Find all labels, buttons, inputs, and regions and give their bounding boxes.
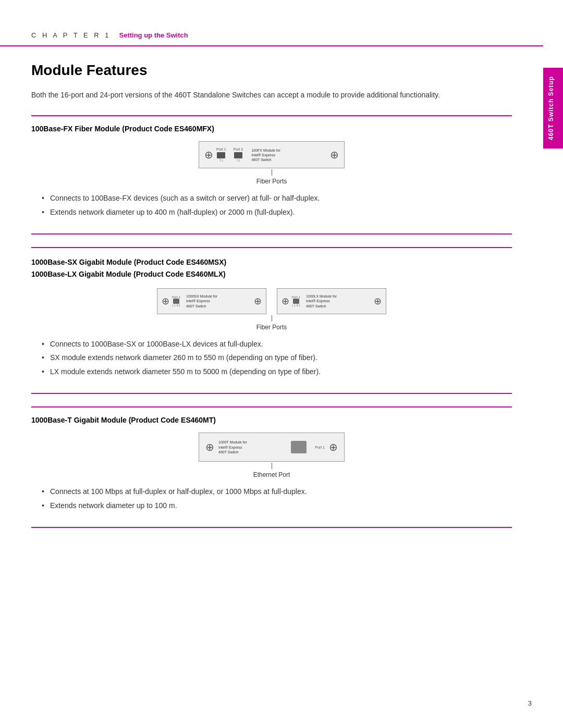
chapter-line: C H A P T E R 1 Setting up the Switch xyxy=(31,31,512,39)
lx-plus-right: ⊕ xyxy=(374,295,382,307)
section-1000baset: 1000Base-T Gigabit Module (Product Code … xyxy=(31,406,512,528)
bullet-item: Connects to 100Base-FX devices (such as … xyxy=(42,192,512,204)
sx-plus-right: ⊕ xyxy=(254,295,262,307)
ethernet-port xyxy=(291,441,307,453)
port2-group: Port 2 T2 xyxy=(234,147,243,162)
port1-t-label: Port 1 xyxy=(315,446,325,449)
bullet-item: Extends network diameter up to 100 m. xyxy=(42,500,512,511)
port1-t-group: Port 1 xyxy=(315,446,325,449)
section1-diagram: ⊕ Port 1 T1 Port 2 T2 xyxy=(31,141,512,185)
bullet-item: SX module extends network diameter 260 m… xyxy=(42,352,512,363)
bullet-item: Extends network diameter up to 400 m (ha… xyxy=(42,206,512,218)
section-1000basesx-lx: 1000Base-SX Gigabit Module (Product Code… xyxy=(31,247,512,394)
side-tab-label: 460T Switch Setup xyxy=(547,76,555,140)
sx-module-wrapper: ⊕ Port 1 L1 K1 1000SX Module for I xyxy=(157,288,266,314)
chapter-title: Setting up the Switch xyxy=(119,31,188,39)
bullet-item: LX module extends network diameter 550 m… xyxy=(42,366,512,377)
page-title: Module Features xyxy=(31,62,512,79)
port1-label: Port 1 xyxy=(216,147,226,151)
port1-connector xyxy=(217,152,225,158)
lx-module-text: 1000LX Module for Intel® Express 460T Sw… xyxy=(306,294,371,308)
sx-port1: Port 1 L1 K1 xyxy=(172,295,180,307)
page-number: 3 xyxy=(528,699,532,707)
module3-text: 1000T Module for Intel® Express 460T Swi… xyxy=(218,440,287,454)
port2-connector xyxy=(234,152,242,158)
section2-header-line1: 1000Base-SX Gigabit Module (Product Code… xyxy=(31,256,512,268)
sx-ports: Port 1 L1 K1 xyxy=(172,295,180,307)
section3-bullets: Connects at 100 Mbps at full-duplex or h… xyxy=(42,486,512,511)
module3-plus-left: ⊕ xyxy=(205,441,214,453)
section1-header: 100Base-FX Fiber Module (Product Code ES… xyxy=(31,125,512,133)
section1-fiber-label-wrapper: Fiber Ports xyxy=(256,169,287,185)
section1-bullets: Connects to 100Base-FX devices (such as … xyxy=(42,192,512,218)
section2-line xyxy=(272,315,272,322)
section2-diagram: ⊕ Port 1 L1 K1 1000SX Module for I xyxy=(31,288,512,331)
section3-eth-label-wrapper: Ethernet Port xyxy=(253,463,290,478)
main-content: Module Features Both the 16-port and 24-… xyxy=(0,46,543,572)
module3-box: ⊕ 1000T Module for Intel® Express 460T S… xyxy=(199,433,345,462)
lx-plus-left: ⊕ xyxy=(282,295,289,307)
section2-header: 1000Base-SX Gigabit Module (Product Code… xyxy=(31,256,512,280)
bullet-item: Connects at 100 Mbps at full-duplex or h… xyxy=(42,486,512,497)
page-container: 460T Switch Setup C H A P T E R 1 Settin… xyxy=(0,0,563,728)
sx-module-text: 1000SX Module for Intel® Express 460T Sw… xyxy=(186,294,251,308)
port1-group: Port 1 T1 xyxy=(216,147,226,162)
module1-plus-left: ⊕ xyxy=(204,149,213,161)
section3-line xyxy=(272,463,272,469)
lx-port1: Port 1 L1 K1 xyxy=(292,295,300,307)
bullet-item: Connects to 1000Base-SX or 1000Base-LX d… xyxy=(42,338,512,350)
section2-fiber-label: Fiber Ports xyxy=(256,324,287,331)
side-tab: 460T Switch Setup xyxy=(543,68,563,149)
section3-diagram: ⊕ 1000T Module for Intel® Express 460T S… xyxy=(31,433,512,478)
lx-ports: Port 1 L1 K1 xyxy=(292,295,300,307)
module1-box: ⊕ Port 1 T1 Port 2 T2 xyxy=(199,141,345,168)
sx-plus-left: ⊕ xyxy=(162,295,169,307)
section1-fiber-label: Fiber Ports xyxy=(256,178,287,185)
chapter-label: C H A P T E R 1 xyxy=(31,31,111,39)
intro-text: Both the 16-port and 24-port versions of… xyxy=(31,89,512,101)
chapter-header: C H A P T E R 1 Setting up the Switch xyxy=(0,0,543,46)
port2-label: Port 2 xyxy=(234,147,243,151)
section2-bullets: Connects to 1000Base-SX or 1000Base-LX d… xyxy=(42,338,512,377)
section3-header: 1000Base-T Gigabit Module (Product Code … xyxy=(31,416,512,424)
module1-plus-right: ⊕ xyxy=(330,149,339,161)
sx-module-box: ⊕ Port 1 L1 K1 1000SX Module for I xyxy=(157,288,266,314)
section3-eth-label: Ethernet Port xyxy=(253,471,290,478)
section-100basefx: 100Base-FX Fiber Module (Product Code ES… xyxy=(31,115,512,235)
module3-plus-right: ⊕ xyxy=(329,441,338,453)
port2-num: T2 xyxy=(237,159,240,162)
port1-num: T1 xyxy=(219,159,223,162)
section2-header-line2: 1000Base-LX Gigabit Module (Product Code… xyxy=(31,268,512,280)
module1-text: 100FX Module for Intel® Express 460T Swi… xyxy=(251,148,327,162)
section1-line xyxy=(272,169,272,176)
lx-module-wrapper: ⊕ Port 1 L1 K1 1000LX Module for I xyxy=(277,288,386,314)
section2-fiber-label-wrapper: Fiber Ports xyxy=(256,315,287,331)
lx-module-box: ⊕ Port 1 L1 K1 1000LX Module for I xyxy=(277,288,386,314)
